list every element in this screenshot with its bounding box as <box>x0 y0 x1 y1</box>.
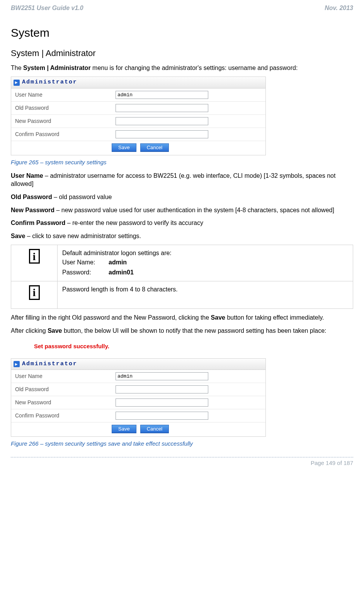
info-pass-key: Password: <box>62 268 105 277</box>
cancel-button-2[interactable]: Cancel <box>140 425 169 433</box>
desc-old-password: Old Password – old password value <box>11 191 353 204</box>
success-message: Set password successfully. <box>34 342 353 350</box>
info-pass-val: admin01 <box>109 268 134 277</box>
input-old-password-2[interactable] <box>116 385 208 393</box>
label-new-password-2: New Password <box>15 399 116 406</box>
after-save-1: After filling in the right Old password … <box>11 312 353 325</box>
input-new-password[interactable] <box>116 117 208 125</box>
figure-265-caption: Figure 265 – system security settings <box>11 157 353 170</box>
panel-title-bar-2: ▸ Administrator <box>11 359 265 370</box>
row-new-password-2: New Password <box>11 396 265 409</box>
label-confirm-password-2: Confirm Password <box>15 412 116 419</box>
info-icon-cell-2 <box>11 281 58 309</box>
row-old-password-2: Old Password <box>11 383 265 396</box>
intro-paragraph: The System | Administrator menu is for c… <box>11 62 353 75</box>
doc-date: Nov. 2013 <box>325 4 353 12</box>
panel-icon: ▸ <box>14 361 20 367</box>
info-icon <box>29 285 40 300</box>
info-row-length: Password length is from 4 to 8 character… <box>11 281 353 309</box>
info-row-defaults: Default administrator logon settings are… <box>11 245 353 281</box>
row-user-name-2: User Name <box>11 370 265 383</box>
row-new-password: New Password <box>11 115 265 128</box>
administrator-panel-2: ▸ Administrator User Name Old Password N… <box>11 358 266 437</box>
info-content-defaults: Default administrator logon settings are… <box>58 245 353 281</box>
panel-title-2: Administrator <box>22 360 77 368</box>
input-old-password[interactable] <box>116 104 208 112</box>
desc-save: Save – click to save new administrator s… <box>11 230 353 244</box>
heading-system: System <box>11 22 353 46</box>
desc-new-password: New Password – new password value used f… <box>11 204 353 218</box>
info-user-key: User Name: <box>62 258 105 267</box>
info-content-length: Password length is from 4 to 8 character… <box>58 281 353 309</box>
panel-icon: ▸ <box>14 80 20 86</box>
figure-266-caption: Figure 266 – system security settings sa… <box>11 438 353 451</box>
input-confirm-password[interactable] <box>116 130 208 138</box>
panel-actions-2: Save Cancel <box>11 422 265 436</box>
info-default-heading: Default administrator logon settings are… <box>62 249 348 257</box>
input-user-name-2[interactable] <box>116 372 208 380</box>
doc-title: BW2251 User Guide v1.0 <box>11 4 83 12</box>
panel-title-bar: ▸ Administrator <box>11 77 265 88</box>
heading-system-admin: System | Administrator <box>11 45 353 62</box>
info-icon <box>29 249 40 264</box>
label-old-password-2: Old Password <box>15 386 116 393</box>
cancel-button[interactable]: Cancel <box>140 143 169 152</box>
label-user-name: User Name <box>15 91 116 99</box>
administrator-panel: ▸ Administrator User Name Old Password N… <box>11 77 266 155</box>
input-user-name[interactable] <box>116 91 208 99</box>
info-icon-cell <box>11 245 58 281</box>
input-confirm-password-2[interactable] <box>116 412 208 420</box>
label-old-password: Old Password <box>15 104 116 112</box>
label-user-name-2: User Name <box>15 373 116 380</box>
label-confirm-password: Confirm Password <box>15 131 116 138</box>
panel-actions: Save Cancel <box>11 141 265 155</box>
info-user-val: admin <box>109 258 127 267</box>
row-old-password: Old Password <box>11 102 265 115</box>
save-button[interactable]: Save <box>112 143 136 152</box>
save-button-2[interactable]: Save <box>112 425 136 433</box>
label-new-password: New Password <box>15 117 116 125</box>
desc-user-name: User Name – administrator username for a… <box>11 170 353 191</box>
page-header: BW2251 User Guide v1.0 Nov. 2013 <box>11 4 353 22</box>
row-user-name: User Name <box>11 89 265 102</box>
input-new-password-2[interactable] <box>116 398 208 407</box>
row-confirm-password-2: Confirm Password <box>11 409 265 422</box>
row-confirm-password: Confirm Password <box>11 128 265 141</box>
footer-divider <box>11 457 353 458</box>
info-table: Default administrator logon settings are… <box>11 245 353 309</box>
panel-title: Administrator <box>22 78 77 86</box>
page-footer: Page 149 of 187 <box>11 458 353 467</box>
desc-confirm-password: Confirm Password – re-enter the new pass… <box>11 217 353 230</box>
after-save-2: After clicking Save button, the below UI… <box>11 325 353 338</box>
